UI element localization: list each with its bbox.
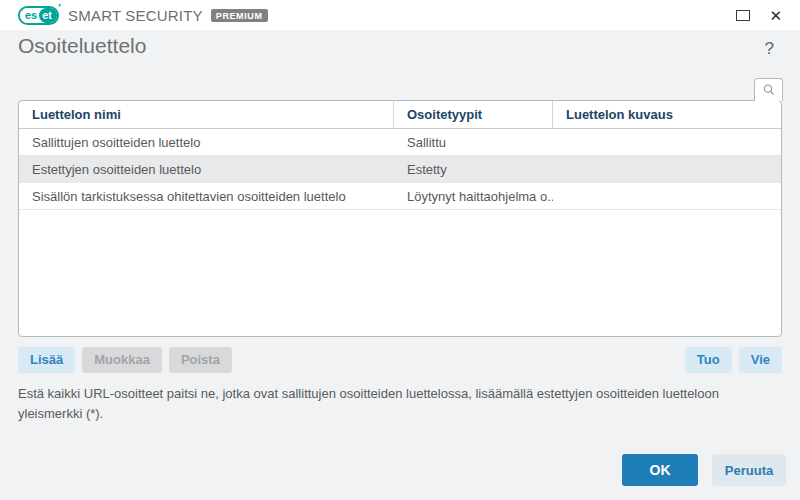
address-list-table: Luettelon nimi Osoitetyypit Luettelon ku…: [18, 100, 782, 337]
import-button[interactable]: Tuo: [685, 347, 732, 373]
maximize-button[interactable]: [736, 10, 750, 21]
row-type: Estetty: [394, 156, 553, 182]
page-title: Osoiteluettelo: [18, 34, 146, 58]
search-icon: [762, 83, 776, 97]
search-button[interactable]: [754, 78, 783, 101]
close-button[interactable]: ✕: [769, 8, 782, 23]
titlebar: es et SMART SECURITY PREMIUM ✕: [0, 0, 800, 30]
row-name: Sisällön tarkistuksessa ohitettavien oso…: [19, 183, 394, 209]
eset-logo-es: es: [20, 8, 39, 23]
action-bar-spacer: [239, 347, 678, 373]
row-desc: [553, 156, 781, 182]
column-header-type: Osoitetyypit: [394, 101, 553, 128]
delete-button[interactable]: Poista: [169, 347, 232, 373]
row-name: Estettyjen osoitteiden luettelo: [19, 156, 394, 182]
table-row[interactable]: Estettyjen osoitteiden luettelo Estetty: [19, 156, 781, 183]
export-button[interactable]: Vie: [739, 347, 782, 373]
add-button[interactable]: Lisää: [18, 347, 75, 373]
edit-button[interactable]: Muokkaa: [82, 347, 162, 373]
row-type: Löytynyt haittaohjelma o...: [394, 183, 553, 209]
product-name: SMART SECURITY: [68, 7, 203, 24]
description-text: Estä kaikki URL-osoitteet paitsi ne, jot…: [18, 384, 786, 423]
row-name: Sallittujen osoitteiden luettelo: [19, 129, 394, 155]
table-action-bar: Lisää Muokkaa Poista Tuo Vie: [18, 347, 782, 373]
table-header-row: Luettelon nimi Osoitetyypit Luettelon ku…: [19, 101, 781, 129]
column-header-desc: Luettelon kuvaus: [553, 101, 781, 128]
ok-button[interactable]: OK: [622, 454, 698, 486]
column-header-name: Luettelon nimi: [19, 101, 394, 128]
row-desc: [553, 183, 781, 209]
row-type: Sallittu: [394, 129, 553, 155]
help-button[interactable]: ?: [759, 38, 780, 60]
premium-badge: PREMIUM: [211, 9, 268, 22]
table-row[interactable]: Sisällön tarkistuksessa ohitettavien oso…: [19, 183, 781, 210]
eset-logo-et: et: [39, 8, 57, 23]
table-row[interactable]: Sallittujen osoitteiden luettelo Sallitt…: [19, 129, 781, 156]
row-desc: [553, 129, 781, 155]
eset-logo-icon: es et: [18, 6, 59, 25]
cancel-button[interactable]: Peruuta: [712, 454, 786, 486]
window-controls: ✕: [736, 8, 800, 23]
